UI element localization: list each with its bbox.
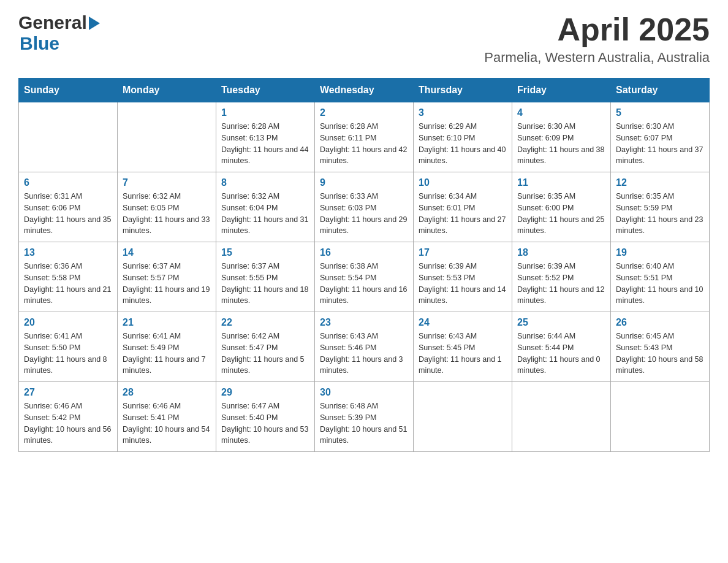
logo-triangle-icon	[89, 17, 100, 30]
table-row: 3Sunrise: 6:29 AMSunset: 6:10 PMDaylight…	[414, 102, 512, 172]
day-info: Sunrise: 6:37 AMSunset: 5:57 PMDaylight:…	[123, 261, 211, 307]
day-number: 3	[419, 107, 507, 118]
day-number: 5	[616, 107, 704, 118]
day-number: 18	[517, 247, 605, 258]
day-number: 21	[123, 317, 211, 328]
calendar-table: Sunday Monday Tuesday Wednesday Thursday…	[18, 78, 710, 452]
day-info: Sunrise: 6:45 AMSunset: 5:43 PMDaylight:…	[616, 331, 704, 377]
table-row: 12Sunrise: 6:35 AMSunset: 5:59 PMDayligh…	[611, 172, 710, 242]
day-info: Sunrise: 6:28 AMSunset: 6:13 PMDaylight:…	[221, 121, 309, 167]
day-number: 17	[419, 247, 507, 258]
day-info: Sunrise: 6:33 AMSunset: 6:03 PMDaylight:…	[320, 191, 408, 237]
table-row	[19, 102, 118, 172]
table-row: 22Sunrise: 6:42 AMSunset: 5:47 PMDayligh…	[216, 312, 315, 382]
logo-general-text: General	[18, 12, 87, 33]
logo-blue-text: Blue	[20, 33, 59, 54]
month-title: April 2025	[484, 12, 710, 47]
day-info: Sunrise: 6:39 AMSunset: 5:53 PMDaylight:…	[419, 261, 507, 307]
day-number: 27	[24, 387, 112, 398]
calendar-week-row: 6Sunrise: 6:31 AMSunset: 6:06 PMDaylight…	[19, 172, 710, 242]
table-row: 8Sunrise: 6:32 AMSunset: 6:04 PMDaylight…	[216, 172, 315, 242]
table-row: 24Sunrise: 6:43 AMSunset: 5:45 PMDayligh…	[414, 312, 512, 382]
table-row: 1Sunrise: 6:28 AMSunset: 6:13 PMDaylight…	[216, 102, 315, 172]
day-number: 15	[221, 247, 309, 258]
day-number: 4	[517, 107, 605, 118]
table-row: 28Sunrise: 6:46 AMSunset: 5:41 PMDayligh…	[118, 382, 216, 452]
table-row: 19Sunrise: 6:40 AMSunset: 5:51 PMDayligh…	[611, 242, 710, 312]
day-info: Sunrise: 6:34 AMSunset: 6:01 PMDaylight:…	[419, 191, 507, 237]
day-info: Sunrise: 6:46 AMSunset: 5:41 PMDaylight:…	[123, 400, 211, 446]
table-row: 7Sunrise: 6:32 AMSunset: 6:05 PMDaylight…	[118, 172, 216, 242]
day-number: 26	[616, 317, 704, 328]
day-info: Sunrise: 6:32 AMSunset: 6:05 PMDaylight:…	[123, 191, 211, 237]
header-tuesday: Tuesday	[216, 79, 315, 102]
table-row: 4Sunrise: 6:30 AMSunset: 6:09 PMDaylight…	[512, 102, 611, 172]
day-info: Sunrise: 6:39 AMSunset: 5:52 PMDaylight:…	[517, 261, 605, 307]
table-row: 30Sunrise: 6:48 AMSunset: 5:39 PMDayligh…	[315, 382, 414, 452]
logo: General Blue	[18, 12, 100, 54]
table-row: 10Sunrise: 6:34 AMSunset: 6:01 PMDayligh…	[414, 172, 512, 242]
day-number: 22	[221, 317, 309, 328]
day-number: 9	[320, 177, 408, 188]
day-info: Sunrise: 6:40 AMSunset: 5:51 PMDaylight:…	[616, 261, 704, 307]
day-info: Sunrise: 6:43 AMSunset: 5:45 PMDaylight:…	[419, 331, 507, 377]
day-number: 2	[320, 107, 408, 118]
day-info: Sunrise: 6:47 AMSunset: 5:40 PMDaylight:…	[221, 400, 309, 446]
day-info: Sunrise: 6:41 AMSunset: 5:50 PMDaylight:…	[24, 331, 112, 377]
table-row	[414, 382, 512, 452]
day-info: Sunrise: 6:31 AMSunset: 6:06 PMDaylight:…	[24, 191, 112, 237]
table-row: 6Sunrise: 6:31 AMSunset: 6:06 PMDaylight…	[19, 172, 118, 242]
day-number: 20	[24, 317, 112, 328]
table-row: 15Sunrise: 6:37 AMSunset: 5:55 PMDayligh…	[216, 242, 315, 312]
day-info: Sunrise: 6:35 AMSunset: 5:59 PMDaylight:…	[616, 191, 704, 237]
day-number: 7	[123, 177, 211, 188]
calendar-week-row: 13Sunrise: 6:36 AMSunset: 5:58 PMDayligh…	[19, 242, 710, 312]
day-number: 23	[320, 317, 408, 328]
calendar-week-row: 27Sunrise: 6:46 AMSunset: 5:42 PMDayligh…	[19, 382, 710, 452]
day-info: Sunrise: 6:32 AMSunset: 6:04 PMDaylight:…	[221, 191, 309, 237]
day-number: 13	[24, 247, 112, 258]
day-info: Sunrise: 6:30 AMSunset: 6:09 PMDaylight:…	[517, 121, 605, 167]
table-row: 23Sunrise: 6:43 AMSunset: 5:46 PMDayligh…	[315, 312, 414, 382]
day-number: 11	[517, 177, 605, 188]
day-number: 29	[221, 387, 309, 398]
day-info: Sunrise: 6:46 AMSunset: 5:42 PMDaylight:…	[24, 400, 112, 446]
day-info: Sunrise: 6:44 AMSunset: 5:44 PMDaylight:…	[517, 331, 605, 377]
table-row: 11Sunrise: 6:35 AMSunset: 6:00 PMDayligh…	[512, 172, 611, 242]
day-info: Sunrise: 6:37 AMSunset: 5:55 PMDaylight:…	[221, 261, 309, 307]
day-number: 8	[221, 177, 309, 188]
day-number: 28	[123, 387, 211, 398]
table-row	[611, 382, 710, 452]
day-info: Sunrise: 6:35 AMSunset: 6:00 PMDaylight:…	[517, 191, 605, 237]
day-info: Sunrise: 6:36 AMSunset: 5:58 PMDaylight:…	[24, 261, 112, 307]
day-info: Sunrise: 6:28 AMSunset: 6:11 PMDaylight:…	[320, 121, 408, 167]
header-saturday: Saturday	[611, 79, 710, 102]
table-row: 17Sunrise: 6:39 AMSunset: 5:53 PMDayligh…	[414, 242, 512, 312]
day-info: Sunrise: 6:48 AMSunset: 5:39 PMDaylight:…	[320, 400, 408, 446]
day-number: 25	[517, 317, 605, 328]
table-row	[512, 382, 611, 452]
day-info: Sunrise: 6:41 AMSunset: 5:49 PMDaylight:…	[123, 331, 211, 377]
table-row: 29Sunrise: 6:47 AMSunset: 5:40 PMDayligh…	[216, 382, 315, 452]
day-info: Sunrise: 6:43 AMSunset: 5:46 PMDaylight:…	[320, 331, 408, 377]
day-number: 12	[616, 177, 704, 188]
table-row: 14Sunrise: 6:37 AMSunset: 5:57 PMDayligh…	[118, 242, 216, 312]
table-row: 18Sunrise: 6:39 AMSunset: 5:52 PMDayligh…	[512, 242, 611, 312]
day-info: Sunrise: 6:38 AMSunset: 5:54 PMDaylight:…	[320, 261, 408, 307]
day-info: Sunrise: 6:42 AMSunset: 5:47 PMDaylight:…	[221, 331, 309, 377]
day-number: 16	[320, 247, 408, 258]
day-number: 6	[24, 177, 112, 188]
table-row: 26Sunrise: 6:45 AMSunset: 5:43 PMDayligh…	[611, 312, 710, 382]
table-row: 21Sunrise: 6:41 AMSunset: 5:49 PMDayligh…	[118, 312, 216, 382]
header-monday: Monday	[118, 79, 216, 102]
table-row: 27Sunrise: 6:46 AMSunset: 5:42 PMDayligh…	[19, 382, 118, 452]
header-thursday: Thursday	[414, 79, 512, 102]
table-row: 2Sunrise: 6:28 AMSunset: 6:11 PMDaylight…	[315, 102, 414, 172]
header-friday: Friday	[512, 79, 611, 102]
location-title: Parmelia, Western Australia, Australia	[484, 50, 710, 66]
day-number: 24	[419, 317, 507, 328]
calendar-week-row: 1Sunrise: 6:28 AMSunset: 6:13 PMDaylight…	[19, 102, 710, 172]
day-info: Sunrise: 6:30 AMSunset: 6:07 PMDaylight:…	[616, 121, 704, 167]
day-number: 14	[123, 247, 211, 258]
day-number: 30	[320, 387, 408, 398]
